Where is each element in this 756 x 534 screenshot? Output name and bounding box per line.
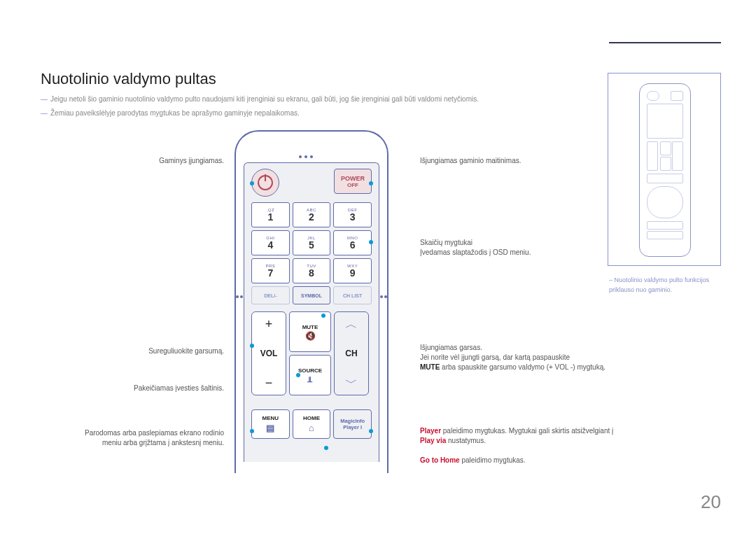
- callout-dot: [296, 373, 300, 377]
- source-icon: ⫫: [306, 375, 314, 384]
- callout-mute-bold: MUTE: [420, 363, 440, 371]
- key-4[interactable]: GHI4: [251, 230, 290, 255]
- ch-label: CH: [345, 349, 357, 358]
- callout-menu-l2: meniu arba grįžtama į ankstesnį meniu.: [102, 439, 224, 447]
- note-2: ―Žemiau paveikslėlyje parodytas mygtukas…: [41, 109, 300, 117]
- callout-player-r2: nustatymus.: [446, 437, 486, 444]
- callout-menu: Parodomas arba paslepiamas ekrano rodini…: [85, 428, 224, 448]
- callout-dot: [369, 429, 373, 433]
- plus-icon: +: [265, 318, 273, 330]
- mute-button[interactable]: MUTE 🔇: [289, 311, 331, 352]
- callout-dot: [250, 181, 254, 185]
- callout-dot: [369, 240, 373, 244]
- mute-label: MUTE: [302, 324, 318, 330]
- header-rule: [609, 42, 721, 43]
- remote-control: POWER OFF .QZ1 ABC2 DEF3 GHI4 JKL5 MNO6 …: [234, 130, 388, 473]
- number-keypad: .QZ1 ABC2 DEF3 GHI4 JKL5 MNO6 PRS7 TUV8 …: [251, 202, 372, 304]
- ir-indicator: [298, 148, 314, 161]
- key-del[interactable]: DEL/-: [251, 286, 290, 304]
- page-number: 20: [701, 491, 721, 513]
- menu-label: MENU: [262, 415, 279, 421]
- volume-rocker[interactable]: + VOL −: [251, 311, 286, 395]
- key-1[interactable]: .QZ1: [251, 202, 290, 227]
- callout-mute-l2: Jei norite vėl įjungti garsą, dar kartą …: [420, 353, 570, 361]
- key-6[interactable]: MNO6: [333, 230, 372, 255]
- callout-numbers: Skaičių mygtukai Įvedamas slaptažodis į …: [420, 238, 531, 258]
- magic-l2: Player I: [343, 424, 362, 430]
- bottom-row: MENU ▤ HOME ⌂ MagicInfo Player I: [251, 409, 372, 439]
- home-label: HOME: [303, 415, 320, 421]
- key-9[interactable]: WXY9: [333, 258, 372, 283]
- magic-l1: MagicInfo: [340, 418, 365, 424]
- channel-rocker[interactable]: ︿ CH ﹀: [334, 311, 369, 395]
- callout-mute-l3: arba spauskite garsumo valdymo (+ VOL -)…: [440, 363, 606, 371]
- callout-dot: [321, 314, 326, 318]
- callout-source: Pakeičiamas įvesties šaltinis.: [134, 384, 224, 393]
- menu-icon: ▤: [266, 423, 274, 433]
- callout-numbers-l2: Įvedamas slaptažodis į OSD meniu.: [420, 248, 531, 256]
- callout-home-rest: paleidimo mygtukas.: [460, 456, 526, 464]
- callout-mute: Išjungiamas garsas. Jei norite vėl įjung…: [420, 343, 606, 372]
- callout-dot: [250, 344, 254, 348]
- key-5[interactable]: JKL5: [293, 230, 331, 255]
- callout-dot: [324, 446, 328, 450]
- power-icon: [258, 175, 273, 190]
- source-label: SOURCE: [298, 367, 322, 374]
- remote-small-illustration: [639, 83, 691, 257]
- callout-power-off: Išjungiamas gaminio maitinimas.: [420, 156, 522, 166]
- source-button[interactable]: SOURCE ⫫: [289, 355, 331, 395]
- callout-home: Go to Home paleidimo mygtukas.: [420, 456, 526, 465]
- callout-player-red2: Play via: [420, 437, 446, 444]
- magicinfo-button[interactable]: MagicInfo Player I: [333, 409, 372, 439]
- vol-label: VOL: [260, 349, 278, 358]
- chevron-down-icon: ﹀: [345, 377, 358, 389]
- home-button[interactable]: HOME ⌂: [293, 409, 331, 439]
- note-1: ―Jeigu netoli šio gaminio nuotolinio val…: [41, 95, 479, 103]
- power-button[interactable]: [251, 169, 279, 197]
- key-7[interactable]: PRS7: [251, 258, 290, 283]
- page: Nuotolinio valdymo pultas ―Jeigu netoli …: [0, 0, 756, 534]
- callout-power-on: Gaminys įjungiamas.: [159, 156, 224, 166]
- callout-menu-l1: Parodomas arba paslepiamas ekrano rodini…: [85, 429, 224, 437]
- callout-numbers-l1: Skaičių mygtukai: [420, 239, 472, 246]
- page-title: Nuotolinio valdymo pultas: [41, 70, 216, 88]
- remote-overview-box: [608, 73, 721, 266]
- callout-dot: [250, 429, 254, 433]
- key-3[interactable]: DEF3: [333, 202, 372, 227]
- key-8[interactable]: TUV8: [293, 258, 331, 283]
- side-dots-right: [379, 288, 388, 301]
- key-2[interactable]: ABC2: [293, 202, 331, 227]
- key-chlist[interactable]: CH LIST: [333, 286, 372, 304]
- mute-icon: 🔇: [305, 332, 316, 340]
- key-symbol[interactable]: SYMBOL: [293, 286, 331, 304]
- callout-player-red: Player: [420, 427, 441, 435]
- sidebar-note: Nuotolinio valdymo pulto funkcijos prikl…: [609, 276, 721, 295]
- power-off-button[interactable]: POWER OFF: [334, 169, 372, 194]
- callout-mute-l1: Išjungiamas garsas.: [420, 344, 482, 351]
- callout-volume: Sureguliuokite garsumą.: [148, 346, 224, 356]
- remote-inner: POWER OFF .QZ1 ABC2 DEF3 GHI4 JKL5 MNO6 …: [244, 162, 379, 462]
- callout-dot: [369, 181, 373, 185]
- minus-icon: −: [265, 377, 273, 389]
- callout-player-r1: paleidimo mygtukas. Mygtukai gali skirti…: [441, 427, 613, 435]
- side-dots-left: [235, 288, 244, 301]
- power-label: POWER: [341, 175, 365, 182]
- chevron-up-icon: ︿: [345, 318, 358, 330]
- menu-button[interactable]: MENU ▤: [251, 409, 290, 439]
- note-2-text: Žemiau paveikslėlyje parodytas mygtukas …: [50, 109, 300, 117]
- callout-home-red: Go to Home: [420, 456, 460, 464]
- callout-player: Player paleidimo mygtukas. Mygtukai gali…: [420, 426, 616, 446]
- off-label: OFF: [347, 182, 358, 188]
- vol-src-ch-row: + VOL − MUTE 🔇 SOURCE ⫫ ︿ CH: [251, 311, 372, 395]
- home-icon: ⌂: [309, 423, 314, 433]
- mid-column: MUTE 🔇 SOURCE ⫫: [289, 311, 331, 395]
- note-1-text: Jeigu netoli šio gaminio nuotolinio vald…: [50, 95, 479, 103]
